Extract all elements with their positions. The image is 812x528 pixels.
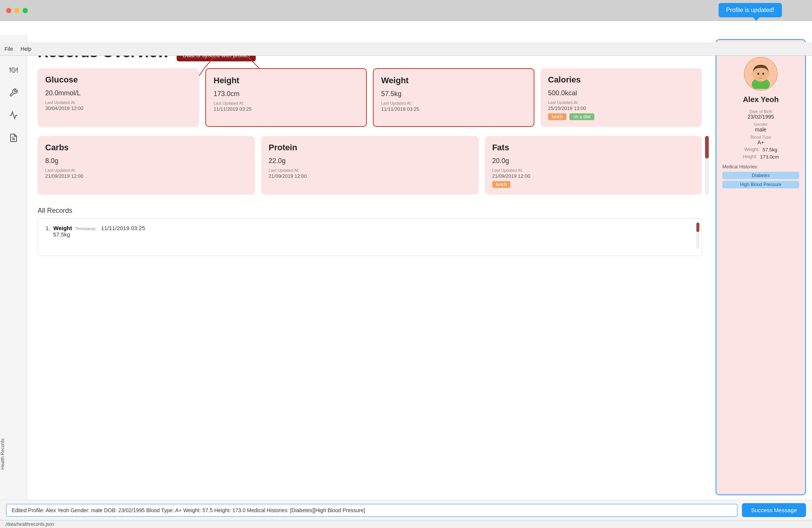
- maximize-btn[interactable]: [23, 8, 28, 13]
- carbs-card: Carbs 8.0g Last Updated At: 21/09/2019 1…: [38, 136, 255, 195]
- gender-label: Gender: [754, 122, 768, 127]
- weight-value: 57.5kg: [381, 90, 526, 98]
- fats-tags: lunch: [492, 179, 694, 188]
- weight-card: Weight 57.5kg Last Updated At: 11/11/201…: [373, 68, 534, 127]
- fats-title: Fats: [492, 143, 694, 153]
- glucose-value: 20.0mmol/L: [45, 89, 192, 97]
- calories-tags: lunch on a diet: [548, 111, 694, 120]
- height-card: Height 173.0cm Last Updated At: 11/11/20…: [205, 68, 367, 127]
- all-records-title: All Records: [38, 207, 702, 215]
- record-name: Weight: [53, 225, 72, 231]
- svg-point-6: [762, 73, 764, 75]
- height-row-value: 173.0cm: [760, 154, 779, 160]
- calories-title: Calories: [548, 75, 694, 85]
- protein-title: Protein: [269, 143, 471, 153]
- records-bottom-grid: Carbs 8.0g Last Updated At: 21/09/2019 1…: [38, 136, 702, 195]
- bottom-bar: Edited Profile: Alex Yeoh Gender: male D…: [0, 500, 812, 520]
- svg-point-8: [752, 72, 754, 76]
- weight-row: Weight: 57.5kg: [722, 147, 799, 153]
- fats-card: Fats 20.0g Last Updated At: 21/09/2019 1…: [485, 136, 702, 195]
- weight-row-value: 57.5kg: [763, 147, 777, 153]
- svg-point-5: [757, 73, 759, 75]
- app-window: File Help ⌂ 🍽: [0, 21, 812, 528]
- minimize-btn[interactable]: [14, 8, 20, 13]
- grid-scrollbar[interactable]: [705, 136, 709, 195]
- record-value: 57.5kg: [53, 231, 694, 238]
- sidebar: ⌂ 🍽 Health Rec: [0, 35, 27, 500]
- avatar: [744, 57, 778, 91]
- carbs-title: Carbs: [45, 143, 247, 153]
- height-label: Last Updated At:: [214, 101, 359, 105]
- window-chrome: [0, 0, 812, 21]
- all-records-list: 1. Weight Timestamp: 11/11/2019 03:25 57…: [38, 218, 702, 256]
- records-top-grid: Glucose 20.0mmol/L Last Updated At: 30/0…: [38, 68, 702, 127]
- success-tooltip: Profile is updated!: [719, 3, 782, 17]
- svg-point-9: [768, 72, 770, 76]
- fats-time: 21/09/2019 12:00: [492, 173, 694, 179]
- height-title: Height: [214, 76, 359, 85]
- condition-hbp: High Blood Pressure: [722, 181, 799, 188]
- tag-diet-calories: on a diet: [569, 113, 594, 120]
- record-ts: 11/11/2019 03:25: [101, 225, 145, 231]
- tools-icon[interactable]: [7, 86, 20, 99]
- food-icon[interactable]: 🍽: [7, 63, 20, 77]
- menu-file[interactable]: File: [5, 46, 13, 52]
- weight-row-label: Weight:: [744, 147, 759, 153]
- record-num: 1.: [46, 225, 50, 231]
- success-message-button[interactable]: Success Message: [742, 503, 806, 517]
- bottom-message: Edited Profile: Alex Yeoh Gender: male D…: [6, 504, 737, 517]
- menu-help[interactable]: Help: [21, 46, 32, 52]
- list-scrollbar-thumb: [696, 223, 699, 232]
- glucose-card: Glucose 20.0mmol/L Last Updated At: 30/0…: [38, 68, 199, 127]
- carbs-value: 8.0g: [45, 157, 247, 165]
- close-btn[interactable]: [6, 8, 11, 13]
- calories-card: Calories 500.0kcal Last Updated At: 25/1…: [540, 68, 702, 127]
- status-path: ./data/healthrecords.json: [5, 522, 54, 527]
- calories-value: 500.0kcal: [548, 89, 694, 97]
- sidebar-label: Health Records: [0, 438, 27, 470]
- profile-panel: My Profile: [716, 39, 806, 495]
- all-records-section: All Records 1. Weight Timestamp: 11/11/2…: [38, 207, 702, 256]
- height-value: 173.0cm: [214, 90, 359, 98]
- record-list-item: 1. Weight Timestamp: 11/11/2019 03:25 57…: [46, 225, 694, 238]
- protein-label: Last Updated At:: [269, 168, 471, 172]
- dob-value: 23/02/1995: [748, 114, 774, 120]
- svg-point-7: [760, 75, 761, 76]
- condition-diabetes: Diabetes: [722, 172, 799, 179]
- fats-value: 20.0g: [492, 157, 694, 165]
- glucose-time: 30/04/2019 12:00: [45, 105, 192, 111]
- tag-lunch-fats: lunch: [492, 181, 511, 188]
- protein-card: Protein 22.0g Last Updated At: 21/09/201…: [261, 136, 478, 195]
- protein-time: 21/09/2019 12:00: [269, 173, 471, 179]
- blood-type-label: Blood Type: [751, 135, 771, 139]
- record-ts-label: Timestamp:: [75, 226, 96, 231]
- height-time: 11/11/2019 03:25: [214, 106, 359, 112]
- status-bar: ./data/healthrecords.json: [0, 520, 812, 528]
- profile-name: Alex Yeoh: [743, 95, 778, 104]
- tag-lunch-calories: lunch: [548, 113, 566, 120]
- list-scrollbar[interactable]: [696, 223, 699, 249]
- records-icon[interactable]: [7, 131, 20, 145]
- height-row-label: Height:: [743, 154, 757, 160]
- menubar: File Help: [0, 42, 812, 56]
- carbs-time: 21/09/2019 12:00: [45, 173, 247, 179]
- weight-time: 11/11/2019 03:25: [381, 106, 526, 112]
- glucose-title: Glucose: [45, 75, 192, 85]
- medical-label: Medical Histories:: [722, 164, 758, 169]
- carbs-label: Last Updated At:: [45, 168, 247, 172]
- height-row: Height: 173.0cm: [722, 154, 799, 160]
- main-content: Records Overview Data is synced with pro…: [27, 35, 713, 500]
- gender-value: male: [755, 127, 766, 133]
- grid-scrollbar-thumb: [705, 136, 709, 159]
- fats-label: Last Updated At:: [492, 168, 694, 172]
- glucose-label: Last Updated At:: [45, 100, 192, 105]
- calories-time: 25/10/2019 13:00: [548, 105, 694, 111]
- calories-label: Last Updated At:: [548, 100, 694, 105]
- protein-value: 22.0g: [269, 157, 471, 165]
- blood-type-value: A+: [757, 139, 764, 145]
- weight-title: Weight: [381, 76, 526, 85]
- weight-label: Last Updated At:: [381, 101, 526, 105]
- dob-label: Date of Birth: [749, 109, 772, 114]
- heartbeat-icon[interactable]: [7, 108, 20, 122]
